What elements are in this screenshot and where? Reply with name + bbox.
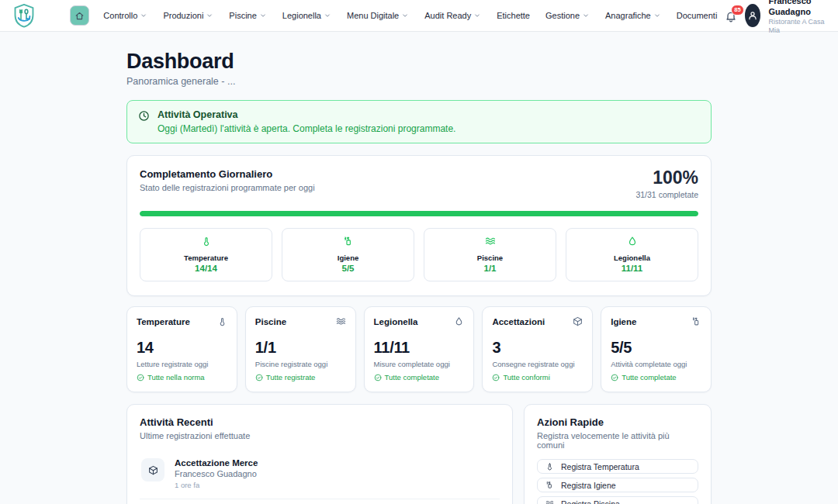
- chevron-down-icon: [653, 12, 661, 19]
- stat-title: Accettazioni: [492, 317, 545, 326]
- completion-header-left: Completamento Giornaliero Stato delle re…: [140, 168, 315, 192]
- stat-status: Tutte registrate: [255, 373, 346, 381]
- nav-item-label: Documenti: [677, 11, 718, 20]
- home-icon: [74, 11, 85, 21]
- stat-status-label: Tutte completate: [622, 373, 676, 381]
- stat-value: 5/5: [611, 339, 701, 357]
- home-button[interactable]: [70, 5, 89, 26]
- completion-cell-piscine[interactable]: Piscine 1/1: [424, 228, 556, 281]
- stat-card-temperature[interactable]: Temperature 14 Letture registrate oggi T…: [126, 306, 237, 392]
- completion-cell-label: Temperature: [145, 254, 267, 262]
- nav-item-label: Menu Digitale: [347, 11, 399, 20]
- thermometer-icon: [217, 316, 227, 326]
- stat-value: 3: [492, 339, 583, 357]
- spray-bottle-icon: [343, 236, 354, 247]
- page-subtitle: Panoramica generale - ...: [126, 76, 712, 87]
- nav-item-gestione[interactable]: Gestione: [538, 11, 597, 20]
- stat-caption: Letture registrate oggi: [137, 360, 227, 368]
- nav-item-label: Etichette: [497, 11, 530, 20]
- nav-item-label: Piscine: [229, 11, 256, 20]
- waves-icon: [336, 316, 346, 326]
- quick-action-registra-temperatura[interactable]: Registra Temperatura: [537, 459, 698, 474]
- nav-item-documenti[interactable]: Documenti: [669, 11, 725, 20]
- stat-header: Piscine: [255, 316, 346, 326]
- activity-time: 1 ore fa: [175, 481, 258, 489]
- nav-item-label: Controllo: [103, 11, 137, 20]
- nav-item-anagrafiche[interactable]: Anagrafiche: [597, 11, 669, 20]
- stat-title: Igiene: [611, 317, 636, 326]
- nav-item-label: Audit Ready: [424, 11, 471, 20]
- user-avatar[interactable]: [745, 4, 760, 27]
- completion-header: Completamento Giornaliero Stato delle re…: [140, 168, 698, 199]
- operational-alert: Attività Operativa Oggi (Martedì) l'atti…: [126, 100, 712, 143]
- nav-item-label: Produzioni: [163, 11, 203, 20]
- nav-item-audit-ready[interactable]: Audit Ready: [417, 11, 489, 20]
- quick-action-registra-igiene[interactable]: Registra Igiene: [537, 478, 698, 492]
- package-icon: [148, 465, 158, 475]
- stat-header: Legionella: [374, 316, 465, 326]
- chevron-down-icon: [324, 12, 331, 19]
- spray-bottle-icon: [545, 481, 554, 489]
- notifications-button[interactable]: 85: [725, 9, 737, 22]
- completion-fraction: 31/31 completate: [635, 190, 698, 199]
- quick-action-registra-piscina[interactable]: Registra Piscina: [537, 496, 698, 504]
- nav-item-produzioni[interactable]: Produzioni: [155, 11, 221, 20]
- stat-card-legionella[interactable]: Legionella 11/11 Misure completate oggi …: [364, 306, 475, 392]
- user-info[interactable]: Francesco Guadagno Ristorante A Casa Mia: [768, 0, 827, 35]
- nav-item-menu-digitale[interactable]: Menu Digitale: [339, 11, 417, 20]
- activity-item[interactable]: Registrazione Temperatura Francesco Guad…: [140, 499, 500, 504]
- activity-item[interactable]: Accettazione Merce Francesco Guadagno 1 …: [140, 450, 500, 499]
- stat-header: Temperature: [137, 316, 227, 326]
- chevron-down-icon: [473, 12, 481, 19]
- person-icon: [747, 10, 758, 21]
- quick-actions-subtitle: Registra velocemente le attività più com…: [537, 431, 698, 450]
- progress-bar: [140, 211, 698, 216]
- waves-icon: [485, 236, 496, 247]
- completion-cell-label: Legionella: [571, 254, 693, 262]
- quick-action-label: Registra Piscina: [561, 499, 620, 504]
- completion-header-right: 100% 31/31 completate: [635, 168, 698, 199]
- completion-cell-igiene[interactable]: Igiene 5/5: [282, 228, 414, 281]
- activity-title: Accettazione Merce: [175, 458, 258, 468]
- chevron-down-icon: [140, 12, 147, 19]
- nav-item-controllo[interactable]: Controllo: [95, 11, 155, 20]
- stat-caption: Attività completate oggi: [611, 360, 701, 368]
- quick-action-label: Registra Temperatura: [561, 462, 639, 471]
- nav-item-label: Legionella: [282, 11, 321, 20]
- shield-utensils-icon: [11, 2, 37, 29]
- nav-item-etichette[interactable]: Etichette: [489, 11, 538, 20]
- stat-status: Tutte completate: [611, 373, 701, 381]
- chevron-down-icon: [206, 12, 213, 19]
- quick-action-label: Registra Igiene: [561, 481, 616, 490]
- stat-status: Tutte nella norma: [137, 373, 227, 381]
- stat-header: Igiene: [611, 316, 701, 326]
- stat-caption: Piscine registrate oggi: [255, 360, 346, 368]
- clock-icon: [138, 110, 150, 122]
- top-navbar: Controllo Produzioni Piscine Legionella …: [0, 0, 838, 32]
- completion-title: Completamento Giornaliero: [140, 168, 315, 180]
- stat-card-igiene[interactable]: Igiene 5/5 Attività completate oggi Tutt…: [601, 306, 712, 392]
- stat-card-accettazioni[interactable]: Accettazioni 3 Consegne registrate oggi …: [482, 306, 593, 392]
- completion-grid: Temperature 14/14 Igiene 5/5 Piscine 1/1…: [140, 228, 698, 281]
- completion-cell-temperature[interactable]: Temperature 14/14: [140, 228, 272, 281]
- check-circle-icon: [611, 374, 618, 381]
- progress-fill: [140, 211, 698, 216]
- nav-item-piscine[interactable]: Piscine: [221, 11, 274, 20]
- stat-status-label: Tutte conformi: [503, 373, 549, 381]
- droplet-icon: [454, 316, 464, 326]
- check-circle-icon: [137, 374, 144, 381]
- chevron-down-icon: [259, 12, 267, 19]
- check-circle-icon: [374, 374, 382, 381]
- alert-message: Oggi (Martedì) l'attività è aperta. Comp…: [158, 123, 455, 134]
- quick-actions-list: Registra Temperatura Registra Igiene Reg…: [537, 459, 698, 504]
- stat-card-piscine[interactable]: Piscine 1/1 Piscine registrate oggi Tutt…: [245, 306, 356, 392]
- nav-item-legionella[interactable]: Legionella: [275, 11, 339, 20]
- recent-activity-subtitle: Ultime registrazioni effettuate: [140, 431, 500, 440]
- completion-cell-legionella[interactable]: Legionella 11/11: [566, 228, 698, 281]
- stat-value: 14: [137, 339, 227, 357]
- stat-status: Tutte completate: [374, 373, 465, 381]
- daily-completion-card: Completamento Giornaliero Stato delle re…: [126, 155, 712, 296]
- completion-subtitle: Stato delle registrazioni programmate pe…: [140, 183, 315, 192]
- check-circle-icon: [492, 374, 500, 381]
- completion-cell-value: 1/1: [429, 264, 551, 273]
